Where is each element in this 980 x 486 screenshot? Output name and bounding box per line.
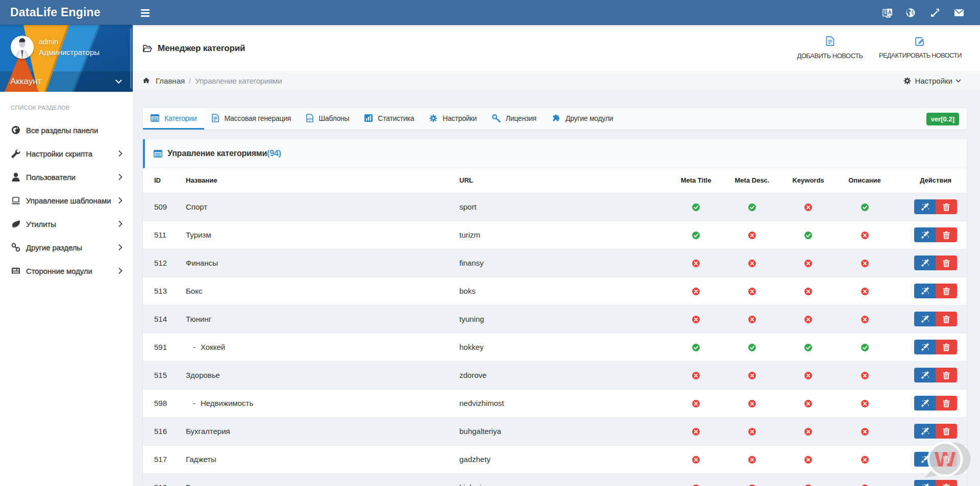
svg-text:</>: </> [307, 117, 313, 121]
svg-text:A: A [888, 10, 891, 15]
